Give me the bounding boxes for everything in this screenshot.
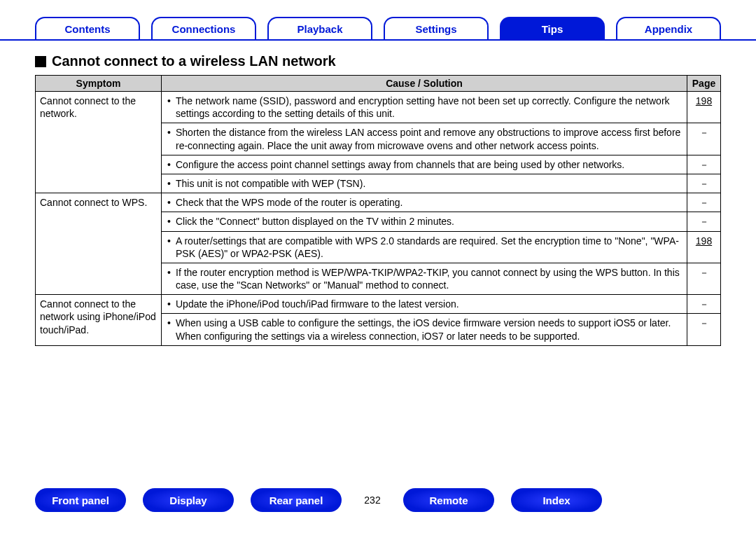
page-cell: － xyxy=(687,263,721,294)
page-link[interactable]: 198 xyxy=(696,95,712,106)
heading-text: Cannot connect to a wireless LAN network xyxy=(52,53,336,69)
col-page: Page xyxy=(687,76,721,92)
tab-appendix[interactable]: Appendix xyxy=(616,17,721,39)
col-symptom: Symptom xyxy=(36,76,162,92)
square-bullet-icon xyxy=(35,56,46,67)
cause-cell: A router/settings that are compatible wi… xyxy=(162,231,687,263)
page-cell: － xyxy=(687,174,721,193)
cause-cell: This unit is not compatible with WEP (TS… xyxy=(162,174,687,193)
tab-tips[interactable]: Tips xyxy=(500,17,605,39)
cause-text: Update the iPhone/iPod touch/iPad firmwa… xyxy=(166,298,682,310)
table-row: Cannot connect to the network.The networ… xyxy=(36,92,721,123)
page-cell: － xyxy=(687,123,721,155)
tab-contents[interactable]: Contents xyxy=(35,17,140,39)
cause-cell: Update the iPhone/iPod touch/iPad firmwa… xyxy=(162,295,687,314)
page-cell: － xyxy=(687,295,721,314)
cause-text: Shorten the distance from the wireless L… xyxy=(166,126,682,151)
cause-cell: Click the "Connect" button displayed on … xyxy=(162,212,687,231)
remote-button[interactable]: Remote xyxy=(403,488,494,512)
cause-text: Check that the WPS mode of the router is… xyxy=(166,196,682,209)
cause-text: The network name (SSID), password and en… xyxy=(166,95,682,120)
page-cell: － xyxy=(687,314,721,345)
cause-cell: Check that the WPS mode of the router is… xyxy=(162,193,687,212)
section-heading: Cannot connect to a wireless LAN network xyxy=(35,53,721,69)
page-cell: － xyxy=(687,155,721,174)
rear-panel-button[interactable]: Rear panel xyxy=(251,488,342,512)
page-cell[interactable]: 198 xyxy=(687,92,721,123)
table-row: Cannot connect to WPS.Check that the WPS… xyxy=(36,193,721,212)
symptom-cell: Cannot connect to WPS. xyxy=(36,193,162,295)
cause-cell: When using a USB cable to configure the … xyxy=(162,314,687,345)
top-nav: Contents Connections Playback Settings T… xyxy=(0,0,756,41)
page-cell[interactable]: 198 xyxy=(687,231,721,263)
tab-playback[interactable]: Playback xyxy=(267,17,372,39)
index-button[interactable]: Index xyxy=(511,488,602,512)
cause-cell: If the router encryption method is WEP/W… xyxy=(162,263,687,294)
page-number: 232 xyxy=(358,494,386,506)
tab-settings[interactable]: Settings xyxy=(384,17,489,39)
display-button[interactable]: Display xyxy=(143,488,234,512)
front-panel-button[interactable]: Front panel xyxy=(35,488,126,512)
cause-text: If the router encryption method is WEP/W… xyxy=(166,266,682,291)
symptom-cell: Cannot connect to the network. xyxy=(36,92,162,193)
cause-text: When using a USB cable to configure the … xyxy=(166,317,682,342)
symptom-cell: Cannot connect to the network using iPho… xyxy=(36,295,162,346)
page-cell: － xyxy=(687,193,721,212)
page-link[interactable]: 198 xyxy=(696,235,712,247)
cause-text: This unit is not compatible with WEP (TS… xyxy=(166,177,682,190)
cause-cell: Configure the access point channel setti… xyxy=(162,155,687,174)
tab-connections[interactable]: Connections xyxy=(151,17,256,39)
col-cause: Cause / Solution xyxy=(162,76,687,92)
page-cell: － xyxy=(687,212,721,231)
troubleshooting-table: Symptom Cause / Solution Page Cannot con… xyxy=(35,75,721,346)
content: Cannot connect to a wireless LAN network… xyxy=(0,41,756,346)
cause-cell: Shorten the distance from the wireless L… xyxy=(162,123,687,155)
cause-text: A router/settings that are compatible wi… xyxy=(166,235,682,260)
cause-text: Configure the access point channel setti… xyxy=(166,158,682,171)
cause-cell: The network name (SSID), password and en… xyxy=(162,92,687,123)
table-row: Cannot connect to the network using iPho… xyxy=(36,295,721,314)
bottom-nav: Front panel Display Rear panel 232 Remot… xyxy=(0,488,756,512)
cause-text: Click the "Connect" button displayed on … xyxy=(166,215,682,228)
